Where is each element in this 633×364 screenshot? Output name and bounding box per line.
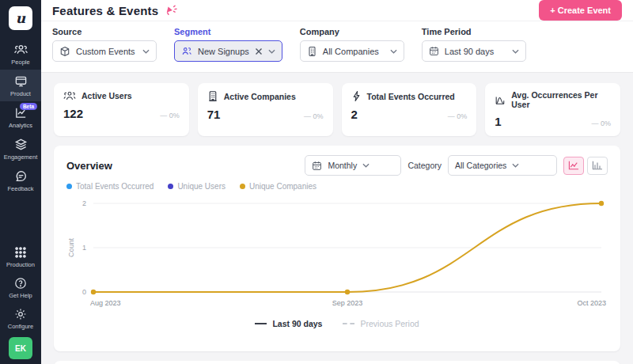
sidebar-item-label: Analytics xyxy=(9,122,32,129)
chevron-down-icon xyxy=(362,163,370,168)
chart-area[interactable]: 012CountAug 2023Sep 2023Oct 2023 xyxy=(66,194,608,313)
category-dropdown[interactable]: All Categories xyxy=(448,155,557,176)
legend-label: Unique Users xyxy=(177,182,226,191)
legend-label: Last 90 days xyxy=(272,319,322,328)
calendar-icon xyxy=(429,46,439,56)
lightning-icon xyxy=(351,90,362,102)
chevron-down-icon xyxy=(512,163,519,168)
category-value: All Categories xyxy=(455,161,506,170)
create-event-button[interactable]: + Create Event xyxy=(539,0,622,21)
legend-label: Unique Companies xyxy=(249,182,316,191)
sidebar-item-feedback[interactable]: Feedback xyxy=(0,165,41,196)
source-dropdown[interactable]: Custom Events xyxy=(52,40,157,62)
gear-icon xyxy=(14,308,27,320)
sidebar-item-label: Production xyxy=(6,261,35,268)
filter-source: Source Custom Events xyxy=(52,27,157,62)
close-icon[interactable] xyxy=(255,47,263,55)
granularity-value: Monthly xyxy=(328,161,357,170)
companies-icon xyxy=(207,90,218,102)
overview-card: Overview Monthly Category All Categories xyxy=(54,146,620,351)
calendar-icon xyxy=(312,161,322,171)
dashed-line-sample xyxy=(343,323,354,324)
chevron-down-icon xyxy=(390,49,397,54)
help-icon xyxy=(14,277,27,290)
sidebar-nav: People Product Beta Analytics Engagement… xyxy=(0,38,41,196)
stat-change: — 0% xyxy=(304,112,324,120)
building-icon xyxy=(307,46,317,57)
legend-item-total-events[interactable]: Total Events Occurred xyxy=(66,182,154,191)
granularity-dropdown[interactable]: Monthly xyxy=(305,155,401,176)
bar-chart-icon xyxy=(592,161,603,170)
main-area: Features & Events + Create Event Source … xyxy=(41,0,633,364)
legend-dot xyxy=(240,184,245,189)
sidebar-item-get-help[interactable]: Get Help xyxy=(0,272,41,303)
megaphone-icon xyxy=(165,4,179,17)
sidebar-item-engagement[interactable]: Engagement xyxy=(0,133,41,165)
cube-icon xyxy=(59,46,70,57)
stats-row: Active Users 122— 0% Active Companies 71… xyxy=(54,83,620,136)
sidebar-item-product[interactable]: Product xyxy=(0,70,41,101)
page-title: Features & Events xyxy=(52,4,158,17)
legend-item-previous-period[interactable]: Previous Period xyxy=(343,319,419,328)
time-period-dropdown[interactable]: Last 90 days xyxy=(422,40,526,62)
overview-controls: Monthly Category All Categories xyxy=(305,155,608,176)
sidebar-bottom: Production Get Help Configure EK xyxy=(0,241,41,364)
legend-label: Previous Period xyxy=(360,319,419,328)
grid-icon xyxy=(14,246,27,259)
bar-chart-toggle-button[interactable] xyxy=(587,157,608,175)
line-chart-toggle-button[interactable] xyxy=(563,157,584,175)
sidebar-item-production[interactable]: Production xyxy=(0,241,41,272)
people-icon xyxy=(14,43,28,56)
filter-value: Custom Events xyxy=(76,47,135,56)
sidebar-item-people[interactable]: People xyxy=(0,38,41,70)
overview-header: Overview Monthly Category All Categories xyxy=(66,155,608,176)
svg-text:Oct 2023: Oct 2023 xyxy=(577,299,606,307)
svg-text:1: 1 xyxy=(82,244,86,252)
stat-card-active-companies: Active Companies 71— 0% xyxy=(198,83,333,136)
stat-change: — 0% xyxy=(160,112,180,119)
legend-item-current-period[interactable]: Last 90 days xyxy=(255,319,322,328)
beta-badge: Beta xyxy=(20,103,37,110)
stat-value: 2 xyxy=(351,108,358,121)
stat-value: 71 xyxy=(207,108,221,121)
top-header: Features & Events + Create Event xyxy=(41,0,633,21)
line-chart-icon xyxy=(568,161,579,170)
chevron-down-icon xyxy=(142,49,150,54)
filter-time-period: Time Period Last 90 days xyxy=(422,27,526,62)
svg-text:Aug 2023: Aug 2023 xyxy=(90,299,121,307)
company-dropdown[interactable]: All Companies xyxy=(300,40,404,62)
chart-type-toggle xyxy=(563,157,608,175)
user-avatar[interactable]: EK xyxy=(9,337,32,359)
logo-letter: u xyxy=(16,10,25,26)
filter-value: New Signups xyxy=(198,47,249,56)
stat-value: 122 xyxy=(63,107,83,120)
segment-dropdown[interactable]: New Signups xyxy=(174,40,282,62)
stat-card-active-users: Active Users 122— 0% xyxy=(54,83,189,136)
legend-item-unique-users[interactable]: Unique Users xyxy=(168,182,226,191)
overview-title: Overview xyxy=(66,160,112,172)
period-legend: Last 90 days Previous Period xyxy=(66,319,608,328)
engagement-icon xyxy=(14,138,28,151)
filter-value: Last 90 days xyxy=(445,47,494,56)
solid-line-sample xyxy=(255,323,267,324)
sidebar-item-label: Configure xyxy=(8,323,34,330)
stat-card-total-events: Total Events Occurred 2— 0% xyxy=(342,83,477,136)
category-label: Category xyxy=(407,161,442,170)
filter-label: Company xyxy=(300,27,404,36)
chevron-down-icon xyxy=(268,49,275,54)
sidebar-item-label: People xyxy=(11,59,29,66)
stat-card-avg-occurrences: Avg. Occurrences Per User 1— 0% xyxy=(485,83,620,136)
sidebar-item-analytics[interactable]: Beta Analytics xyxy=(0,101,41,133)
userpilot-logo[interactable]: u xyxy=(9,6,32,30)
legend-item-unique-companies[interactable]: Unique Companies xyxy=(240,182,316,191)
stat-label: Total Events Occurred xyxy=(367,92,455,101)
filter-segment: Segment New Signups xyxy=(174,27,282,62)
svg-text:Count: Count xyxy=(67,238,75,258)
users-icon xyxy=(63,90,76,101)
sidebar-item-configure[interactable]: Configure xyxy=(0,303,41,334)
stat-label: Avg. Occurrences Per User xyxy=(511,90,611,109)
stat-change: — 0% xyxy=(448,112,468,120)
stat-label: Active Companies xyxy=(224,92,296,101)
overview-chart-svg[interactable]: 012CountAug 2023Sep 2023Oct 2023 xyxy=(66,194,608,313)
legend-dot xyxy=(66,184,72,189)
